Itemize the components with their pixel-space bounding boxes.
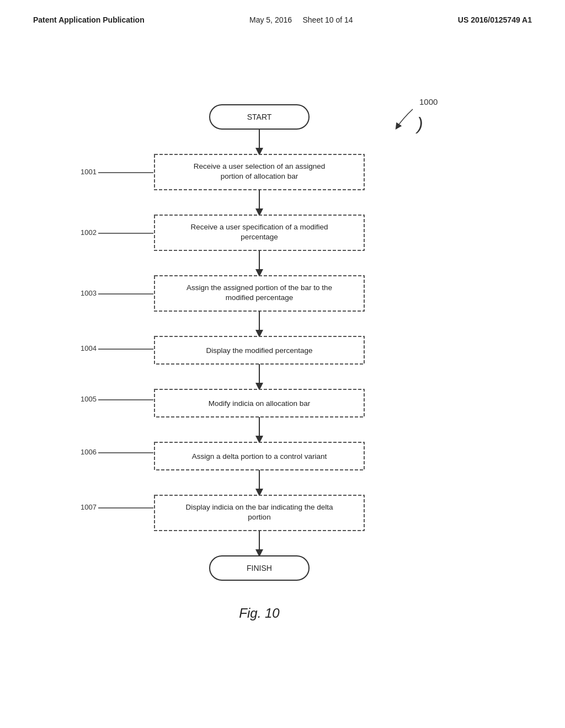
step-label-1003: 1003 bbox=[81, 289, 97, 297]
step-label-1006: 1006 bbox=[81, 448, 97, 456]
header-date: May 5, 2016 bbox=[249, 15, 292, 24]
figure-caption: Fig. 10 bbox=[239, 606, 280, 620]
start-label: START bbox=[247, 113, 272, 121]
header-patent-number: US 2016/0125749 A1 bbox=[458, 15, 532, 24]
figure-ref-label: 1000 bbox=[419, 97, 438, 106]
node-1007-text-line1: Display indicia on the bar indicating th… bbox=[185, 503, 333, 511]
step-label-1005: 1005 bbox=[81, 395, 97, 403]
flowchart-diagram: 1000 ) START 1001 Receive a user selecti… bbox=[0, 33, 565, 640]
node-1005-text: Modify indicia on allocation bar bbox=[209, 399, 311, 408]
node-1006-text: Assign a delta portion to a control vari… bbox=[192, 452, 327, 461]
node-1007-text-line2: portion bbox=[248, 513, 270, 521]
page-header: Patent Application Publication May 5, 20… bbox=[0, 0, 565, 30]
step-label-1001: 1001 bbox=[81, 168, 97, 176]
header-publication-label: Patent Application Publication bbox=[33, 15, 145, 24]
step-label-1002: 1002 bbox=[81, 228, 97, 237]
node-1001-text-line2: portion of allocation bar bbox=[221, 172, 299, 180]
header-sheet: Sheet 10 of 14 bbox=[303, 15, 353, 24]
svg-text:): ) bbox=[415, 114, 423, 133]
node-1001-text-line1: Receive a user selection of an assigned bbox=[194, 162, 326, 170]
step-label-1004: 1004 bbox=[81, 344, 97, 352]
step-label-1007: 1007 bbox=[81, 503, 97, 511]
header-date-sheet: May 5, 2016 Sheet 10 of 14 bbox=[249, 15, 353, 24]
node-1003-text-line1: Assign the assigned portion of the bar t… bbox=[186, 283, 332, 292]
node-1002-text-line2: percentage bbox=[241, 233, 278, 241]
figure-ref-arrow bbox=[397, 109, 413, 127]
node-1002-text-line1: Receive a user specification of a modifi… bbox=[190, 223, 328, 231]
finish-label: FINISH bbox=[247, 564, 272, 572]
node-1004-text: Display the modified percentage bbox=[206, 346, 313, 355]
node-1003-text-line2: modified percentage bbox=[226, 293, 293, 302]
